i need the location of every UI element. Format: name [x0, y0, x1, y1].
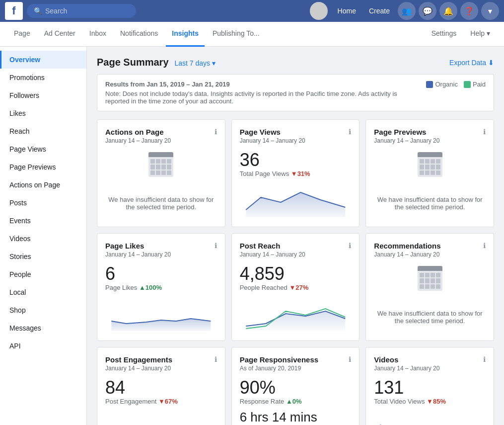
- nav-notifications[interactable]: Notifications: [114, 22, 164, 47]
- card-post-reach: ℹ Post Reach January 14 – January 20 4,8…: [231, 233, 360, 341]
- calendar-icon: [147, 152, 175, 180]
- search-input[interactable]: [45, 7, 130, 15]
- export-data-button[interactable]: Export Data ⬇: [449, 59, 494, 67]
- help-icon[interactable]: ❓: [460, 2, 478, 20]
- card-post-engagements: ℹ Post Engagements January 14 – January …: [97, 347, 225, 425]
- card-title: Page Likes: [105, 242, 217, 250]
- info-box: Results from Jan 15, 2019 – Jan 21, 2019…: [97, 74, 494, 111]
- sidebar-item-local[interactable]: Local: [0, 283, 86, 301]
- paid-label: Paid: [473, 81, 486, 88]
- trend-down: ▼27%: [289, 284, 308, 291]
- card-title: Actions on Page: [105, 128, 217, 136]
- trend-down: ▼31%: [291, 170, 310, 177]
- nav-insights[interactable]: Insights: [166, 22, 205, 47]
- nav-publishing[interactable]: Publishing To...: [207, 22, 266, 47]
- info-icon[interactable]: ℹ: [349, 355, 351, 363]
- sidebar-item-videos[interactable]: Videos: [0, 230, 86, 248]
- card-page-views: ℹ Page Views January 14 – January 20 36 …: [231, 119, 360, 227]
- search-icon: 🔍: [34, 7, 42, 15]
- card-sub: Total Page Views ▼31%: [240, 170, 352, 177]
- card-title: Post Engagements: [105, 355, 217, 364]
- info-icon[interactable]: ℹ: [483, 242, 486, 250]
- legend: Organic Paid: [426, 81, 486, 88]
- sidebar-item-shop[interactable]: Shop: [0, 301, 86, 319]
- paid-dot: [464, 81, 471, 88]
- sidebar-item-overview[interactable]: Overview: [0, 51, 86, 69]
- line-chart-two: [240, 296, 352, 331]
- people-icon[interactable]: 👥: [398, 2, 416, 20]
- line-chart: [105, 296, 217, 331]
- card-date: January 14 – January 20: [240, 251, 352, 258]
- trend-down: ▼85%: [427, 398, 446, 405]
- nav-help[interactable]: Help ▾: [464, 22, 496, 47]
- card-recommendations: ℹ Recommendations January 14 – January 2…: [365, 233, 494, 341]
- menu-caret-icon[interactable]: ▾: [481, 2, 499, 20]
- sidebar-item-api[interactable]: API: [0, 337, 86, 355]
- insufficient-text: We have insufficient data to show for th…: [374, 188, 486, 219]
- card-date: January 14 – January 20: [374, 137, 486, 144]
- card-title: Page Responsiveness: [240, 355, 352, 364]
- create-button[interactable]: Create: [364, 4, 395, 18]
- sidebar-item-reach[interactable]: Reach: [0, 122, 86, 140]
- info-note: Note: Does not include today's data. Ins…: [105, 90, 418, 105]
- sidebar-item-likes[interactable]: Likes: [0, 104, 86, 122]
- sidebar-item-page-previews[interactable]: Page Previews: [0, 158, 86, 176]
- messenger-icon[interactable]: 💬: [419, 2, 436, 20]
- info-text-area: Results from Jan 15, 2019 – Jan 21, 2019…: [105, 81, 418, 105]
- card-sub-rate: Response Rate ▲0%: [240, 398, 352, 405]
- card-value-percent: 90%: [240, 378, 352, 398]
- info-icon[interactable]: ℹ: [349, 242, 351, 250]
- search-bar[interactable]: 🔍: [27, 4, 136, 18]
- card-title: Page Previews: [374, 128, 486, 136]
- card-actions-on-page: ℹ Actions on Page January 14 – January 2…: [97, 119, 225, 227]
- card-sub: Post Engagement ▼67%: [105, 398, 217, 405]
- calendar-icon: [416, 152, 444, 180]
- info-icon[interactable]: ℹ: [349, 128, 351, 136]
- page-navigation: Page Ad Center Inbox Notifications Insig…: [0, 22, 504, 47]
- insufficient-text: We have insufficient data to show for th…: [105, 188, 217, 219]
- card-sub: Page Likes ▲100%: [105, 284, 217, 291]
- sidebar-item-messages[interactable]: Messages: [0, 319, 86, 337]
- card-date: January 14 – January 20: [105, 137, 217, 144]
- nav-ad-center[interactable]: Ad Center: [38, 22, 81, 47]
- sidebar-item-page-views[interactable]: Page Views: [0, 140, 86, 158]
- line-chart: [105, 410, 217, 425]
- sidebar-item-followers[interactable]: Followers: [0, 86, 86, 104]
- info-icon[interactable]: ℹ: [483, 128, 486, 136]
- insufficient-text: We have insufficient data to show for th…: [374, 302, 486, 333]
- summary-title-area: Page Summary Last 7 days ▾: [97, 57, 216, 68]
- card-date: As of January 20, 2019: [240, 365, 352, 372]
- info-icon[interactable]: ℹ: [483, 355, 486, 363]
- calendar-icon: [416, 266, 444, 294]
- nav-inbox[interactable]: Inbox: [83, 22, 112, 47]
- card-date: January 14 – January 20: [374, 251, 486, 258]
- sidebar-item-promotions[interactable]: Promotions: [0, 69, 86, 86]
- sidebar-item-posts[interactable]: Posts: [0, 194, 86, 212]
- info-icon[interactable]: ℹ: [215, 355, 217, 363]
- notifications-icon[interactable]: 🔔: [439, 2, 457, 20]
- organic-label: Organic: [435, 81, 458, 88]
- card-sub: Total Video Views ▼85%: [374, 398, 486, 405]
- card-value: 36: [240, 150, 352, 170]
- sidebar-item-events[interactable]: Events: [0, 212, 86, 230]
- organic-dot: [426, 81, 433, 88]
- sidebar-item-actions-on-page[interactable]: Actions on Page: [0, 176, 86, 194]
- card-page-likes: ℹ Page Likes January 14 – January 20 6 P…: [97, 233, 225, 341]
- avatar: [310, 2, 328, 20]
- layout: Overview Promotions Followers Likes Reac…: [0, 47, 504, 425]
- top-navigation: f 🔍 Home Create 👥 💬 🔔 ❓ ▾: [0, 0, 504, 22]
- line-chart: [374, 410, 486, 425]
- sidebar-item-stories[interactable]: Stories: [0, 248, 86, 265]
- sidebar-item-people[interactable]: People: [0, 265, 86, 283]
- info-icon[interactable]: ℹ: [215, 242, 217, 250]
- main-content: Page Summary Last 7 days ▾ Export Data ⬇…: [87, 47, 504, 425]
- legend-organic: Organic: [426, 81, 458, 88]
- card-title: Page Views: [240, 128, 352, 136]
- nav-settings[interactable]: Settings: [426, 22, 463, 47]
- info-icon[interactable]: ℹ: [215, 128, 217, 136]
- nav-page[interactable]: Page: [8, 22, 36, 47]
- page-summary-title: Page Summary: [97, 57, 169, 68]
- date-filter[interactable]: Last 7 days ▾: [174, 59, 216, 67]
- home-button[interactable]: Home: [333, 4, 361, 18]
- export-icon: ⬇: [488, 59, 494, 67]
